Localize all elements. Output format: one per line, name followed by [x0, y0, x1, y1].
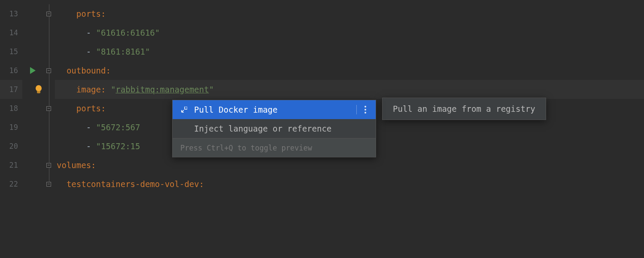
fold-handle-icon[interactable]	[46, 68, 51, 73]
popup-item-label: Inject language or reference	[194, 124, 368, 133]
line-number[interactable]: 22	[0, 175, 22, 194]
intention-bulb-icon[interactable]	[35, 85, 42, 94]
line-number[interactable]: 20	[0, 137, 22, 156]
code-line[interactable]: testcontainers-demo-vol-dev:	[55, 175, 644, 194]
code-line[interactable]: - "61616:61616"	[55, 23, 644, 42]
action-tooltip: Pull an image from a registry	[382, 98, 546, 120]
line-number-gutter: 13 14 15 16 17 18 19 20 21 22	[0, 0, 22, 258]
popup-item-label: Pull Docker image	[194, 105, 350, 114]
line-number[interactable]: 15	[0, 42, 22, 61]
more-options-icon[interactable]	[363, 106, 368, 114]
fold-handle-icon[interactable]	[46, 106, 51, 111]
line-number[interactable]: 13	[0, 4, 22, 23]
code-line[interactable]: ports:	[55, 4, 644, 23]
line-number[interactable]: 18	[0, 99, 22, 118]
run-icon[interactable]	[30, 67, 36, 74]
code-line[interactable]: - "8161:8161"	[55, 42, 644, 61]
fold-handle-icon[interactable]	[46, 163, 51, 168]
line-number[interactable]: 19	[0, 118, 22, 137]
line-number[interactable]: 21	[0, 156, 22, 175]
line-number[interactable]: 17	[0, 80, 22, 99]
expand-icon	[180, 106, 188, 114]
separator	[356, 105, 357, 114]
intention-actions-popup: Pull Docker image Inject language or ref…	[172, 100, 376, 157]
code-line[interactable]: outbound:	[55, 61, 644, 80]
code-line[interactable]: volumes:	[55, 156, 644, 175]
fold-handle-icon[interactable]	[46, 12, 51, 16]
fold-handle-icon[interactable]	[46, 182, 51, 187]
popup-item-inject-language[interactable]: Inject language or reference	[173, 119, 376, 138]
line-number[interactable]: 16	[0, 61, 22, 80]
line-number[interactable]: 14	[0, 23, 22, 42]
icon-gutter	[22, 0, 43, 258]
popup-item-pull-docker-image[interactable]: Pull Docker image	[173, 100, 376, 119]
svg-rect-0	[185, 107, 187, 109]
code-line[interactable]: image: "rabbitmq:management"	[55, 80, 644, 99]
fold-gutter	[43, 0, 55, 258]
popup-hint: Press Ctrl+Q to toggle preview	[173, 138, 376, 157]
